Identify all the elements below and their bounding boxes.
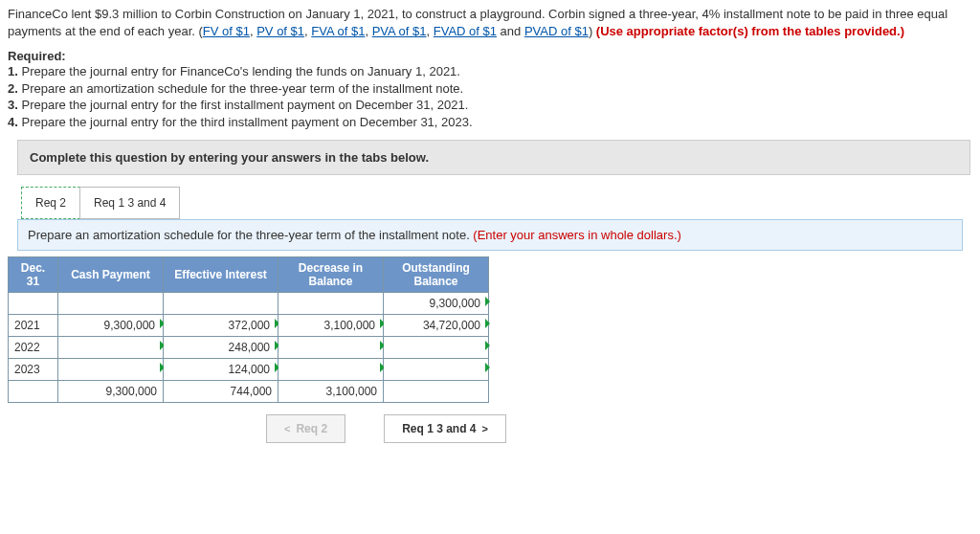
- req-num-3: 3.: [8, 98, 18, 112]
- cell-out[interactable]: [384, 337, 489, 359]
- cell-dec-total: 3,100,000: [278, 381, 384, 403]
- cell-year[interactable]: 2023: [9, 359, 58, 381]
- table-row-total: 9,300,000 744,000 3,100,000: [9, 381, 489, 403]
- problem-intro: FinanceCo lent $9.3 million to Corbin Co…: [8, 6, 972, 39]
- req-text-4: Prepare the journal entry for the third …: [18, 115, 473, 129]
- table-row: 2023 124,000: [9, 359, 489, 381]
- cell-year[interactable]: 2022: [9, 337, 58, 359]
- req-num-2: 2.: [8, 81, 18, 96]
- table-row: 9,300,000: [9, 293, 489, 315]
- col-effective-interest: Effective Interest: [164, 257, 278, 293]
- cell-dec[interactable]: [278, 293, 384, 315]
- cell-cash[interactable]: [58, 293, 164, 315]
- next-label: Req 1 3 and 4: [402, 422, 476, 435]
- cell-cash-total: 9,300,000: [58, 381, 164, 403]
- link-pv[interactable]: PV of $1: [256, 24, 304, 38]
- tab-description: Prepare an amortization schedule for the…: [17, 219, 963, 251]
- req-text-2: Prepare an amortization schedule for the…: [18, 81, 463, 96]
- req-num-4: 4.: [8, 115, 18, 129]
- col-decrease-balance: Decrease in Balance: [278, 257, 384, 293]
- req-num-1: 1.: [8, 64, 18, 78]
- table-header-row: Dec. 31 Cash Payment Effective Interest …: [9, 257, 489, 293]
- cell-dec[interactable]: [278, 337, 384, 359]
- link-pva[interactable]: PVA of $1: [372, 24, 427, 38]
- next-button[interactable]: Req 1 3 and 4 >: [384, 414, 506, 443]
- cell-year[interactable]: 2021: [9, 315, 58, 337]
- amortization-table: Dec. 31 Cash Payment Effective Interest …: [8, 256, 489, 403]
- cell-cash[interactable]: [58, 337, 164, 359]
- col-outstanding-balance: Outstanding Balance: [384, 257, 489, 293]
- desc-main: Prepare an amortization schedule for the…: [28, 228, 473, 242]
- cell-year[interactable]: [9, 381, 58, 403]
- cell-eff[interactable]: 372,000: [164, 315, 278, 337]
- req-text-1: Prepare the journal entry for FinanceCo'…: [18, 64, 460, 78]
- prev-label: Req 2: [296, 422, 327, 435]
- cell-cash[interactable]: 9,300,000: [58, 315, 164, 337]
- cell-out[interactable]: [384, 359, 489, 381]
- cell-out[interactable]: 9,300,000: [384, 293, 489, 315]
- required-list: 1. Prepare the journal entry for Finance…: [8, 63, 972, 130]
- cell-dec[interactable]: 3,100,000: [278, 315, 384, 337]
- tab-req134[interactable]: Req 1 3 and 4: [79, 187, 180, 219]
- prev-button[interactable]: < Req 2: [266, 414, 345, 443]
- link-fva[interactable]: FVA of $1: [311, 24, 365, 38]
- link-fvad[interactable]: FVAD of $1: [434, 24, 497, 38]
- col-dec31: Dec. 31: [9, 257, 58, 293]
- col-cash-payment: Cash Payment: [58, 257, 164, 293]
- table-row: 2022 248,000: [9, 337, 489, 359]
- table-row: 2021 9,300,000 372,000 3,100,000 34,720,…: [9, 315, 489, 337]
- link-pvad[interactable]: PVAD of $1: [524, 24, 589, 38]
- tab-bar: Req 2 Req 1 3 and 4: [21, 187, 972, 219]
- desc-hint: (Enter your answers in whole dollars.): [473, 228, 680, 242]
- link-fv[interactable]: FV of $1: [203, 24, 250, 38]
- nav-buttons: < Req 2 Req 1 3 and 4 >: [266, 414, 972, 443]
- cell-eff-total: 744,000: [164, 381, 278, 403]
- cell-dec[interactable]: [278, 359, 384, 381]
- chevron-right-icon: >: [482, 423, 488, 434]
- required-heading: Required:: [8, 49, 972, 63]
- cell-cash[interactable]: [58, 359, 164, 381]
- factor-note: (Use appropriate factor(s) from the tabl…: [596, 24, 904, 38]
- instruction-box: Complete this question by entering your …: [17, 140, 970, 175]
- cell-year[interactable]: [9, 293, 58, 315]
- cell-eff[interactable]: [164, 293, 278, 315]
- cell-eff[interactable]: 248,000: [164, 337, 278, 359]
- cell-out[interactable]: 34,720,000: [384, 315, 489, 337]
- cell-out-total: [384, 381, 489, 403]
- chevron-left-icon: <: [284, 423, 290, 434]
- req-text-3: Prepare the journal entry for the first …: [18, 98, 468, 112]
- tab-req2[interactable]: Req 2: [21, 187, 80, 219]
- cell-eff[interactable]: 124,000: [164, 359, 278, 381]
